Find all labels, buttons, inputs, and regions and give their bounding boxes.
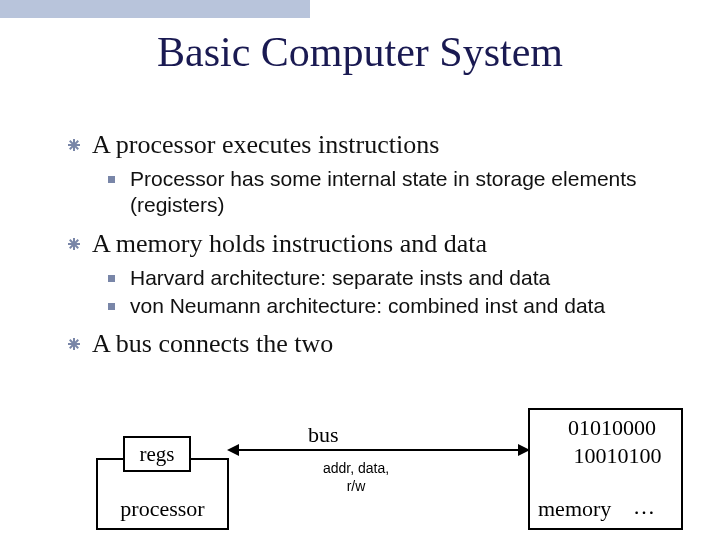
bullet-level2: von Neumann architecture: combined inst … xyxy=(108,293,690,319)
bus-label: bus xyxy=(308,422,339,448)
bullet-level1: A memory holds instructions and data xyxy=(68,229,690,259)
bullet-level1: A bus connects the two xyxy=(68,329,690,359)
bullet-text: Harvard architecture: separate insts and… xyxy=(130,266,550,289)
bus-sublabel: addr, data, r/w xyxy=(306,460,406,495)
memory-line: 10010100 xyxy=(568,442,662,470)
star-bullet-icon xyxy=(68,338,80,350)
processor-label: processor xyxy=(120,496,204,522)
memory-ellipsis: … xyxy=(633,494,655,520)
memory-label: memory xyxy=(538,496,611,522)
star-bullet-icon xyxy=(68,139,80,151)
bus-arrow xyxy=(229,449,528,451)
square-bullet-icon xyxy=(108,176,115,183)
registers-box: regs xyxy=(123,436,191,472)
bullet-level2: Processor has some internal state in sto… xyxy=(108,166,690,219)
bullet-text: A bus connects the two xyxy=(92,329,333,358)
bullet-text: von Neumann architecture: combined inst … xyxy=(130,294,605,317)
system-diagram: processor regs bus addr, data, r/w memor… xyxy=(68,408,688,533)
memory-contents: 01010000 10010100 xyxy=(568,414,662,469)
bullet-level2: Harvard architecture: separate insts and… xyxy=(108,265,690,291)
regs-label: regs xyxy=(140,442,175,467)
square-bullet-icon xyxy=(108,275,115,282)
bullet-text: Processor has some internal state in sto… xyxy=(130,167,637,216)
square-bullet-icon xyxy=(108,303,115,310)
bullet-level1: A processor executes instructions xyxy=(68,130,690,160)
bullet-content: A processor executes instructions Proces… xyxy=(68,120,690,365)
decorative-header-bar xyxy=(0,0,310,18)
bullet-text: A processor executes instructions xyxy=(92,130,439,159)
bullet-text: A memory holds instructions and data xyxy=(92,229,487,258)
memory-line: 01010000 xyxy=(568,414,662,442)
slide-title: Basic Computer System xyxy=(0,28,720,76)
star-bullet-icon xyxy=(68,238,80,250)
